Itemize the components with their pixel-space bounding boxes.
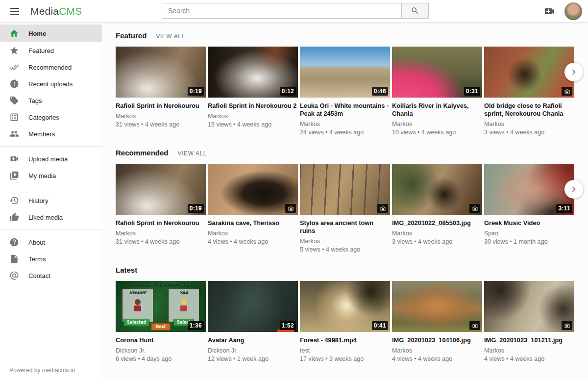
media-thumbnail[interactable]: 0:31 <box>392 47 482 98</box>
next-page-button[interactable] <box>564 63 583 81</box>
media-card[interactable]: IMG_20201023_101211.jpg Markos 4 views •… <box>484 281 574 362</box>
media-thumbnail[interactable] <box>484 47 574 98</box>
media-author[interactable]: Dickson Jr. <box>208 347 298 354</box>
sidebar-item-history[interactable]: History <box>0 192 102 209</box>
media-title[interactable]: IMG_20201023_101211.jpg <box>484 336 574 344</box>
game-heading: CHOOSE A CHARACTER <box>116 283 206 288</box>
media-card[interactable]: IMG_20201022_085503.jpg Markos 3 views •… <box>392 164 482 253</box>
media-title[interactable]: Greek Music Video <box>484 219 574 227</box>
media-thumbnail[interactable] <box>392 281 482 332</box>
media-card[interactable]: Stylos area ancient town ruins Markos 5 … <box>300 164 390 253</box>
media-title[interactable]: Rafioli Sprint in Nerokourou <box>116 102 206 110</box>
sidebar-item-tags[interactable]: Tags <box>0 92 102 109</box>
media-title[interactable]: IMG_20201023_104106.jpg <box>392 336 482 344</box>
media-author[interactable]: Markos <box>208 113 298 120</box>
media-meta: 3 views • 4 weeks ago <box>484 129 574 136</box>
duration-badge: 0:46 <box>372 87 388 96</box>
my-media-icon <box>9 171 19 180</box>
thumb-up-icon <box>9 212 19 222</box>
media-thumbnail[interactable]: 0:46 <box>300 47 390 98</box>
search-button[interactable] <box>401 3 429 19</box>
sidebar-item-contact[interactable]: Contact <box>0 267 102 284</box>
next-page-button[interactable] <box>564 180 583 199</box>
upload-video-icon[interactable] <box>542 4 557 19</box>
media-author[interactable]: Markos <box>392 121 482 127</box>
media-thumbnail[interactable] <box>208 164 298 215</box>
media-thumbnail[interactable]: 0:41 <box>300 281 390 332</box>
media-author[interactable]: Markos <box>116 230 206 237</box>
media-row: 0:19 Rafioli Sprint in Nerokourou Markos… <box>116 164 575 253</box>
media-meta: 31 views • 4 weeks ago <box>116 238 206 245</box>
media-author[interactable]: Markos <box>300 238 390 245</box>
media-title[interactable]: Rafioli Sprint in Nerokourou 2 <box>208 102 298 110</box>
media-thumbnail[interactable]: CHOOSE A CHARACTERKWAMEYAASelectedSelect… <box>116 281 206 332</box>
media-card[interactable]: 0:19 Rafioli Sprint in Nerokourou Markos… <box>116 164 206 253</box>
menu-icon[interactable] <box>5 3 24 19</box>
media-thumbnail[interactable]: 0:19 <box>116 47 206 98</box>
sidebar-divider <box>0 229 102 230</box>
section-latest: Latest CHOOSE A CHARACTERKWAMEYAASelecte… <box>116 261 575 362</box>
media-author[interactable]: Dickson Jr. <box>116 347 206 354</box>
media-thumbnail[interactable] <box>300 164 390 215</box>
media-title[interactable]: Corona Hunt <box>116 336 206 344</box>
media-card[interactable]: 0:41 Forest - 49981.mp4 test 17 views • … <box>300 281 390 362</box>
media-author[interactable]: Markos <box>208 230 298 237</box>
media-card[interactable]: CHOOSE A CHARACTERKWAMEYAASelectedSelect… <box>116 281 206 362</box>
sidebar-item-recommended[interactable]: Recommended <box>0 59 102 76</box>
media-card[interactable]: IMG_20201023_104106.jpg Markos 4 views •… <box>392 281 482 362</box>
media-title[interactable]: Koiliaris River in Kalyves, Chania <box>392 102 482 118</box>
sidebar-item-members[interactable]: Members <box>0 126 102 142</box>
media-card[interactable]: Old bridge close to Rafioli sprint, Nero… <box>484 47 574 136</box>
view-all-link[interactable]: VIEW ALL <box>156 33 185 40</box>
media-card[interactable]: 1:52 Avatar Aang Dickson Jr. 12 views • … <box>208 281 298 362</box>
media-card[interactable]: 0:46 Leuka Ori - White mountains - Peak … <box>300 47 390 136</box>
sidebar-item-featured[interactable]: Featured <box>0 42 102 59</box>
media-title[interactable]: Leuka Ori - White mountains - Peak at 24… <box>300 102 390 118</box>
sidebar-item-categories[interactable]: Categories <box>0 109 102 126</box>
section-header: Recommended VIEW ALL <box>116 149 575 157</box>
app-logo[interactable]: MediaCMS <box>30 5 82 17</box>
media-author[interactable]: Markos <box>300 121 390 127</box>
sidebar-item-liked-media[interactable]: Liked media <box>0 209 102 226</box>
media-title[interactable]: Sarakina cave, Therisso <box>208 219 298 227</box>
view-all-link[interactable]: VIEW ALL <box>178 150 207 157</box>
image-type-badge <box>469 204 480 213</box>
media-title[interactable]: Stylos area ancient town ruins <box>300 219 390 235</box>
sidebar-item-home[interactable]: Home <box>0 25 102 42</box>
media-author[interactable]: Markos <box>116 113 206 120</box>
media-thumbnail[interactable] <box>484 281 574 332</box>
media-author[interactable]: Markos <box>484 347 574 354</box>
media-thumbnail[interactable]: 0:12 <box>208 47 298 98</box>
sidebar-item-recent-uploads[interactable]: Recent uploads <box>0 76 102 92</box>
media-author[interactable]: test <box>300 347 390 354</box>
media-author[interactable]: Markos <box>484 121 574 127</box>
media-title[interactable]: Old bridge close to Rafioli sprint, Nero… <box>484 102 574 118</box>
media-card[interactable]: 3:11 Greek Music Video Spiro 30 views • … <box>484 164 574 253</box>
media-card[interactable]: 0:12 Rafioli Sprint in Nerokourou 2 Mark… <box>208 47 298 136</box>
media-author[interactable]: Markos <box>392 230 482 237</box>
media-card[interactable]: Sarakina cave, Therisso Markos 4 views •… <box>208 164 298 253</box>
sidebar-item-my-media[interactable]: My media <box>0 167 102 184</box>
media-author[interactable]: Spiro <box>484 230 574 237</box>
media-card[interactable]: 0:19 Rafioli Sprint in Nerokourou Markos… <box>116 47 206 136</box>
media-title[interactable]: IMG_20201022_085503.jpg <box>392 219 482 227</box>
help-icon <box>9 237 19 247</box>
user-avatar[interactable] <box>564 2 582 20</box>
sidebar-item-label: Members <box>28 130 55 138</box>
sidebar-item-label: Home <box>28 30 46 37</box>
sidebar-item-about[interactable]: About <box>0 234 102 251</box>
media-card[interactable]: 0:31 Koiliaris River in Kalyves, Chania … <box>392 47 482 136</box>
sidebar-item-upload-media[interactable]: Upload media <box>0 151 102 167</box>
camera-icon <box>564 88 570 95</box>
media-thumbnail[interactable] <box>392 164 482 215</box>
media-title[interactable]: Avatar Aang <box>208 336 298 344</box>
media-thumbnail[interactable]: 1:52 <box>208 281 298 332</box>
search-input[interactable] <box>162 3 402 19</box>
media-title[interactable]: Forest - 49981.mp4 <box>300 336 390 344</box>
media-title[interactable]: Rafioli Sprint in Nerokourou <box>116 219 206 227</box>
logo-text-dark: Media <box>30 5 59 17</box>
media-author[interactable]: Markos <box>392 347 482 354</box>
media-thumbnail[interactable]: 0:19 <box>116 164 206 215</box>
sidebar-item-terms[interactable]: Terms <box>0 251 102 267</box>
media-thumbnail[interactable]: 3:11 <box>484 164 574 215</box>
